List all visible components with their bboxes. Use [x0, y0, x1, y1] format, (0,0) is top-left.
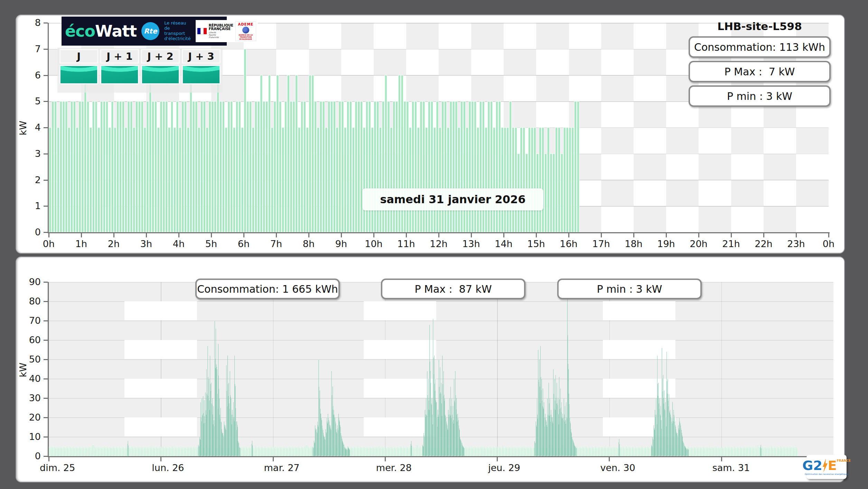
day-tab-j3[interactable]: J + 3	[182, 49, 221, 84]
bar	[718, 448, 718, 456]
bar	[393, 449, 393, 456]
bar	[767, 446, 768, 456]
day-tab-j[interactable]: J	[59, 49, 98, 84]
bar	[498, 101, 501, 232]
bar	[684, 446, 685, 456]
bar	[759, 448, 759, 456]
bar	[160, 446, 160, 456]
bar	[313, 446, 313, 456]
x-tick	[160, 457, 161, 461]
bar	[731, 446, 732, 456]
bar	[136, 448, 137, 456]
bar	[469, 101, 471, 232]
bar	[376, 449, 376, 456]
bar	[496, 101, 498, 232]
y-tick	[44, 232, 48, 233]
bar	[792, 446, 792, 456]
bar	[300, 449, 301, 456]
bar	[214, 420, 214, 456]
bar	[670, 414, 671, 456]
bar	[696, 448, 697, 456]
bar	[690, 447, 691, 456]
bar	[371, 447, 371, 456]
bar	[508, 449, 508, 456]
bar	[547, 425, 547, 456]
bar	[505, 448, 505, 456]
bar	[759, 449, 760, 456]
bar	[265, 448, 265, 456]
weekly-pmin-stat: P min : 3 kW	[557, 279, 702, 299]
bar	[119, 101, 121, 232]
bar	[771, 446, 772, 456]
bar	[214, 426, 215, 456]
bar	[292, 448, 293, 456]
bar	[604, 448, 604, 456]
bar	[150, 448, 150, 456]
bar	[341, 435, 342, 456]
bar	[756, 448, 756, 456]
bar	[519, 448, 519, 456]
bar	[467, 448, 468, 456]
bar	[182, 446, 183, 456]
bar	[708, 446, 708, 456]
bar	[265, 101, 268, 232]
bar	[735, 447, 735, 456]
bar	[627, 447, 627, 456]
bar	[772, 448, 772, 456]
bar	[66, 448, 67, 456]
bar	[372, 448, 372, 456]
bar	[532, 448, 533, 456]
bar	[702, 446, 703, 456]
bar	[559, 424, 559, 456]
bar	[295, 448, 296, 456]
bar	[478, 448, 478, 456]
bar	[528, 448, 529, 456]
bar	[333, 101, 335, 232]
bar	[399, 448, 399, 456]
bar	[785, 448, 786, 456]
bar	[430, 370, 431, 456]
bar	[581, 449, 581, 456]
bar	[102, 448, 102, 456]
bar	[73, 448, 73, 456]
bar	[610, 446, 610, 456]
bar	[472, 448, 472, 456]
bar	[548, 398, 548, 456]
bar	[212, 398, 213, 456]
bar	[420, 101, 422, 232]
day-tab-j1[interactable]: J + 1	[100, 49, 139, 84]
bar	[570, 423, 571, 456]
bar	[753, 449, 753, 456]
bar	[275, 446, 275, 456]
bar	[694, 446, 695, 456]
bar	[274, 449, 274, 456]
bar	[377, 448, 377, 456]
bar	[192, 446, 192, 456]
x-tick-label: 19h	[654, 238, 678, 249]
bar	[576, 446, 576, 456]
bar	[385, 448, 385, 456]
bar	[287, 447, 287, 456]
bar	[256, 449, 257, 456]
bar	[584, 447, 585, 456]
bar	[165, 447, 165, 456]
bar	[117, 447, 118, 456]
bar	[158, 447, 159, 456]
bar	[593, 448, 594, 456]
bar	[206, 410, 206, 456]
bar	[195, 448, 195, 456]
bar	[89, 447, 90, 456]
bar	[594, 447, 594, 456]
bar	[139, 447, 140, 456]
bar	[485, 447, 485, 456]
bar	[661, 429, 662, 456]
bar	[276, 446, 276, 456]
bar	[304, 446, 305, 456]
bar	[309, 75, 311, 233]
bar	[659, 403, 659, 456]
bar	[673, 410, 674, 456]
day-tab-j2[interactable]: J + 2	[141, 49, 180, 84]
bar	[738, 447, 738, 456]
bar	[340, 426, 340, 456]
bar	[427, 415, 427, 456]
